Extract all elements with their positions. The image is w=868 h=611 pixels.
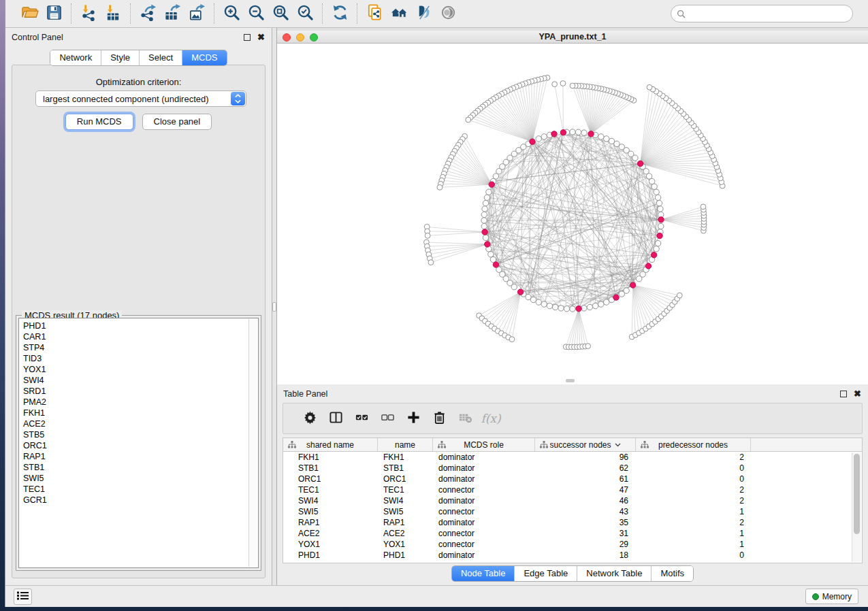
table-cell: PHD1 <box>283 550 378 560</box>
table-scrollbar-thumb[interactable] <box>854 454 860 534</box>
add-column-button[interactable] <box>400 407 426 430</box>
mcds-result-item[interactable]: RAP1 <box>23 451 258 462</box>
deselect-all-button[interactable] <box>374 407 400 430</box>
maximize-window-icon[interactable] <box>310 33 318 42</box>
tab-mcds[interactable]: MCDS <box>182 50 226 65</box>
mcds-result-item[interactable]: TEC1 <box>23 484 258 495</box>
mcds-result-item[interactable]: STB5 <box>23 429 258 440</box>
network-graph[interactable] <box>277 44 868 384</box>
table-row[interactable]: TEC1TEC1connector472 <box>283 484 862 495</box>
float-table-panel-icon[interactable] <box>840 391 847 397</box>
criterion-dropdown-value: largest connected component (undirected) <box>43 94 209 104</box>
tab-network[interactable]: Network <box>50 50 101 65</box>
network-hscrollbar-thumb[interactable] <box>566 379 575 382</box>
table-tab-node-table[interactable]: Node Table <box>452 566 515 581</box>
close-panel-icon[interactable]: ✖ <box>257 34 265 41</box>
close-window-icon[interactable] <box>283 33 291 42</box>
open-button[interactable] <box>17 3 42 24</box>
table-row[interactable]: STB1STB1dominator620 <box>283 463 862 474</box>
show-columns-button[interactable] <box>323 407 349 430</box>
mcds-result-item[interactable]: SRD1 <box>23 386 258 397</box>
status-bar: Memory <box>5 585 868 607</box>
table-cell: connector <box>433 507 535 516</box>
select-all-button[interactable] <box>349 407 374 430</box>
minimize-window-icon[interactable] <box>296 33 304 42</box>
table-settings-button[interactable] <box>297 407 323 430</box>
first-neighbors-button[interactable] <box>387 3 411 24</box>
criterion-dropdown[interactable]: largest connected component (undirected) <box>35 90 246 107</box>
import-network-button[interactable] <box>76 3 101 24</box>
column-header-MCDS-role[interactable]: MCDS role <box>433 438 535 451</box>
table-cell: STB1 <box>378 463 433 473</box>
tab-style[interactable]: Style <box>101 50 140 65</box>
memory-button[interactable]: Memory <box>805 589 858 604</box>
column-header-predecessor-nodes[interactable]: predecessor nodes <box>636 438 751 451</box>
divider-grip[interactable] <box>272 302 276 312</box>
table-row[interactable]: FKH1FKH1dominator962 <box>283 452 862 463</box>
zoom-selected-button[interactable] <box>293 3 317 24</box>
table-tab-network-table[interactable]: Network Table <box>577 566 652 581</box>
table-cell: 2 <box>636 485 751 495</box>
import-network-icon <box>80 3 98 24</box>
table-row[interactable]: SWI5SWI5connector431 <box>283 506 862 517</box>
mcds-result-item[interactable]: YOX1 <box>23 364 258 375</box>
mcds-result-item[interactable]: SWI4 <box>23 375 258 386</box>
mcds-result-item[interactable]: FKH1 <box>23 408 258 418</box>
table-row[interactable]: ORC1ORC1dominator610 <box>283 474 862 484</box>
mcds-result-list[interactable]: PHD1CAR1STP4TID3YOX1SWI4SRD1PMA2FKH1ACE2… <box>18 318 259 568</box>
tab-select[interactable]: Select <box>140 50 182 65</box>
search-input[interactable] <box>689 9 847 18</box>
zoom-in-button[interactable] <box>219 3 244 24</box>
mcds-result-item[interactable]: SWI5 <box>23 473 258 484</box>
mcds-result-item[interactable]: TID3 <box>23 353 258 364</box>
run-mcds-button[interactable]: Run MCDS <box>65 114 133 130</box>
export-table-button[interactable] <box>160 3 184 24</box>
import-table-button[interactable] <box>101 3 125 24</box>
table-row[interactable]: RAP1RAP1dominator352 <box>283 517 862 528</box>
table-row[interactable]: YOX1YOX1connector291 <box>283 539 862 550</box>
close-table-panel-icon[interactable]: ✖ <box>854 391 861 397</box>
first-neighbors-icon <box>390 3 408 24</box>
hide-button[interactable] <box>411 3 436 24</box>
zoom-fit-button[interactable] <box>268 3 293 24</box>
panel-list-button[interactable] <box>14 589 32 605</box>
export-network-button[interactable] <box>135 3 160 24</box>
table-scrollbar[interactable] <box>852 452 861 562</box>
mcds-result-item[interactable]: ACE2 <box>23 418 258 429</box>
column-header-shared-name[interactable]: shared name <box>283 438 378 451</box>
table-cell: 96 <box>535 452 636 462</box>
zoom-selected-icon <box>296 3 315 24</box>
mcds-result-item[interactable]: CAR1 <box>23 331 258 342</box>
mcds-result-item[interactable]: PMA2 <box>23 397 258 408</box>
mcds-result-item[interactable]: GCR1 <box>23 495 258 506</box>
mcds-result-item[interactable]: STB1 <box>23 462 258 473</box>
table-row[interactable]: SWI4SWI4dominator462 <box>283 495 862 506</box>
table-tab-edge-table[interactable]: Edge Table <box>515 566 577 581</box>
network-window-title: YPA_prune.txt_1 <box>539 32 606 42</box>
export-table-icon <box>163 3 182 24</box>
panel-divider[interactable] <box>272 28 277 585</box>
float-panel-icon[interactable] <box>244 34 251 41</box>
zoom-out-button[interactable] <box>244 3 268 24</box>
table-row[interactable]: PHD1PHD1dominator180 <box>283 550 862 561</box>
save-button[interactable] <box>42 3 66 24</box>
mcds-result-item[interactable]: STP4 <box>23 342 258 353</box>
share-document-button[interactable] <box>362 3 387 24</box>
delete-column-button[interactable] <box>426 407 452 430</box>
eye-button[interactable] <box>436 3 460 24</box>
network-canvas[interactable] <box>277 44 868 384</box>
column-header-name[interactable]: name <box>378 438 433 451</box>
delete-table-button[interactable] <box>452 407 478 430</box>
column-header-successor-nodes[interactable]: successor nodes <box>535 438 636 451</box>
mcds-list-scrollbar[interactable] <box>248 319 257 567</box>
control-panel-tabs: NetworkStyleSelectMCDS <box>5 50 272 66</box>
mcds-result-item[interactable]: ORC1 <box>23 440 258 451</box>
mcds-result-item[interactable]: PHD1 <box>23 320 258 331</box>
export-image-button[interactable] <box>184 3 209 24</box>
function-builder-button[interactable]: f(x) <box>478 407 504 430</box>
close-panel-button[interactable]: Close panel <box>142 114 212 130</box>
network-window-titlebar[interactable]: YPA_prune.txt_1 <box>277 31 868 44</box>
table-tab-motifs[interactable]: Motifs <box>652 566 693 581</box>
refresh-button[interactable] <box>327 3 352 24</box>
table-row[interactable]: ACE2ACE2connector311 <box>283 528 862 539</box>
